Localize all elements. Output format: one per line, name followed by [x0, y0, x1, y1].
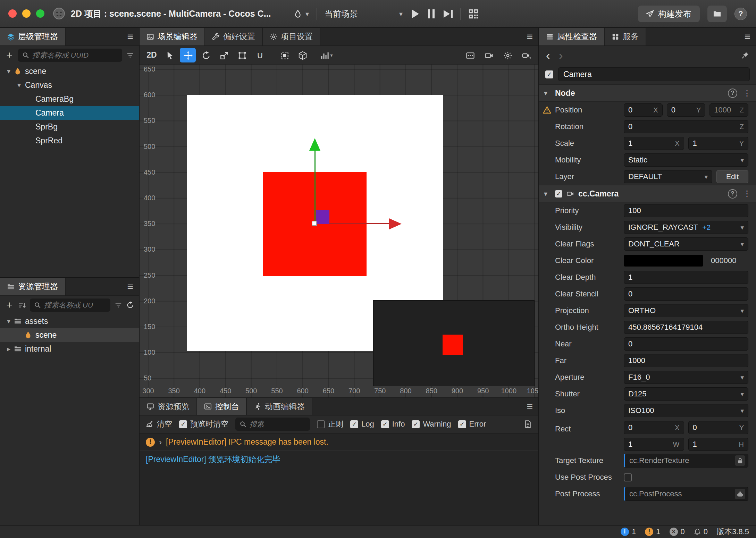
tab-project-settings[interactable]: 项目设置	[263, 28, 320, 45]
tree-item-sprred[interactable]: SprRed	[0, 134, 139, 148]
move-tool[interactable]	[180, 48, 196, 62]
scene-viewport[interactable]: 6506005505004504003503002502001501005030…	[140, 65, 538, 397]
step-button[interactable]	[444, 10, 453, 18]
filter-icon[interactable]	[115, 301, 122, 309]
text-input[interactable]: 1000	[624, 354, 748, 367]
tree-item-canvas[interactable]: ▾Canvas	[0, 78, 139, 92]
notification-count[interactable]: 0	[694, 527, 708, 536]
component-enabled-checkbox[interactable]: ✓	[555, 190, 562, 197]
select-projection[interactable]: ORTHO▾	[624, 304, 748, 317]
node-name-field[interactable]: Camera	[558, 67, 750, 81]
create-node-button[interactable]: +	[5, 50, 14, 60]
assets-search-input[interactable]: 搜索名称或 UU	[30, 299, 110, 312]
menu-icon[interactable]: ≡	[744, 32, 750, 42]
aspect-ratio-button[interactable]	[462, 48, 478, 62]
select-visibility[interactable]: IGNORE_RAYCAST+2▾	[624, 221, 748, 234]
tree-item-scene[interactable]: scene	[0, 328, 139, 342]
number-input[interactable]: 0Z	[624, 120, 748, 133]
checkbox-icon[interactable]: ✓	[350, 420, 358, 428]
regex-checkbox[interactable]: 正则	[317, 419, 343, 429]
node-section-header[interactable]: ▾ Node ? ⋮	[539, 84, 756, 102]
play-button[interactable]	[412, 9, 419, 18]
hierarchy-search-input[interactable]: 搜索名称或 UUID	[18, 49, 122, 62]
select-shutter[interactable]: D125▾	[624, 387, 748, 401]
console-message-warning[interactable]: !›[PreviewInEditor] IPC message has been…	[140, 434, 538, 451]
console-message-info[interactable]: [PreviewInEditor] 预览环境初始化完毕	[140, 451, 538, 468]
tree-item-assets[interactable]: ▾assets	[0, 314, 139, 328]
text-input[interactable]: 100	[624, 204, 748, 217]
stats-button[interactable]: ▾	[319, 48, 335, 62]
menu-icon[interactable]: ≡	[127, 281, 133, 292]
minimize-window-button[interactable]	[22, 9, 31, 18]
sort-icon[interactable]	[18, 301, 26, 309]
tab-console[interactable]: 控制台	[197, 398, 247, 415]
asset-slot-target-texture[interactable]: cc.RenderTexture	[624, 454, 748, 468]
text-input[interactable]: 0	[624, 287, 748, 301]
tab-scene-editor[interactable]: 场景编辑器	[140, 28, 205, 45]
number-input[interactable]: 1H	[688, 438, 749, 451]
number-input[interactable]: 1Y	[688, 137, 749, 150]
gizmo-x-axis-arrow[interactable]	[389, 218, 402, 229]
tree-item-sprbg[interactable]: SprBg	[0, 120, 139, 134]
rotate-tool[interactable]	[198, 48, 214, 62]
tree-item-scene[interactable]: ▾scene	[0, 64, 139, 78]
checkbox-icon[interactable]: ✓	[381, 420, 389, 428]
run-platform-dropdown[interactable]: ▾	[294, 10, 309, 18]
gizmo-origin-handle[interactable]	[312, 221, 317, 226]
camera-view-button[interactable]	[481, 48, 497, 62]
menu-icon[interactable]: ≡	[127, 32, 133, 42]
menu-icon[interactable]: ≡	[527, 32, 533, 42]
more-icon[interactable]: ⋮	[743, 189, 751, 199]
checkbox-icon[interactable]: ✓	[412, 420, 420, 428]
select-aperture[interactable]: F16_0▾	[624, 371, 748, 384]
gizmo-3d-tool[interactable]	[294, 48, 310, 62]
tab-assets[interactable]: 资源管理器	[0, 278, 66, 295]
scene-settings-button[interactable]	[499, 48, 515, 62]
tab-inspector[interactable]: 属性检查器	[539, 28, 605, 45]
maximize-window-button[interactable]	[36, 9, 44, 18]
collapse-icon[interactable]: ▾	[3, 67, 14, 75]
help-icon[interactable]: ?	[728, 89, 737, 98]
collapse-icon[interactable]: ▾	[544, 89, 551, 97]
collapse-icon[interactable]: ▾	[544, 190, 551, 198]
tree-item-internal[interactable]: ▸internal	[0, 342, 139, 356]
tab-services[interactable]: 服务	[605, 28, 646, 45]
number-input[interactable]: 1W	[624, 438, 684, 451]
help-button[interactable]: ?	[734, 8, 747, 20]
tree-item-camerabg[interactable]: CameraBg	[0, 92, 139, 106]
2d-mode-toggle[interactable]: 2D	[144, 48, 160, 62]
filter-error[interactable]: ✓Error	[458, 420, 486, 429]
edit-layer-button[interactable]: Edit	[716, 170, 748, 183]
help-icon[interactable]: ?	[728, 189, 737, 199]
snap-tool[interactable]	[276, 48, 292, 62]
refresh-icon[interactable]	[126, 301, 134, 309]
select-tool[interactable]	[162, 48, 178, 62]
color-swatch[interactable]	[624, 255, 703, 267]
filter-info[interactable]: ✓Info	[381, 420, 405, 429]
forward-button[interactable]: ›	[559, 49, 563, 61]
open-project-folder-button[interactable]	[707, 6, 727, 22]
camera-align-button[interactable]	[518, 48, 534, 62]
console-search-input[interactable]: 搜索	[235, 418, 310, 431]
more-icon[interactable]: ⋮	[743, 88, 751, 98]
filter-log[interactable]: ✓Log	[350, 420, 374, 429]
qr-code-button[interactable]	[468, 9, 479, 19]
gizmo-y-axis-arrow[interactable]	[309, 138, 320, 151]
select-iso[interactable]: ISO100▾	[624, 404, 748, 417]
checkbox-icon[interactable]	[624, 473, 632, 481]
clear-on-preview-checkbox[interactable]: ✓ 预览时清空	[179, 419, 228, 429]
pause-button[interactable]	[428, 9, 435, 18]
camera-gizmo-box[interactable]	[316, 210, 329, 224]
select-layer[interactable]: DEFAULT▾	[624, 170, 712, 183]
select-clear-flags[interactable]: DONT_CLEAR▾	[624, 237, 748, 251]
create-asset-button[interactable]: +	[5, 300, 14, 310]
checkbox-icon[interactable]: ✓	[458, 420, 466, 428]
pin-icon[interactable]	[741, 51, 749, 59]
tree-item-camera[interactable]: Camera	[0, 106, 139, 120]
warning-count[interactable]: ! 1	[645, 527, 660, 536]
text-input[interactable]: 1	[624, 271, 748, 284]
info-count[interactable]: i 1	[621, 527, 636, 536]
tab-preferences[interactable]: 偏好设置	[205, 28, 263, 45]
collapse-icon[interactable]: ▾	[14, 81, 24, 89]
tab-animation-editor[interactable]: 动画编辑器	[247, 398, 312, 415]
